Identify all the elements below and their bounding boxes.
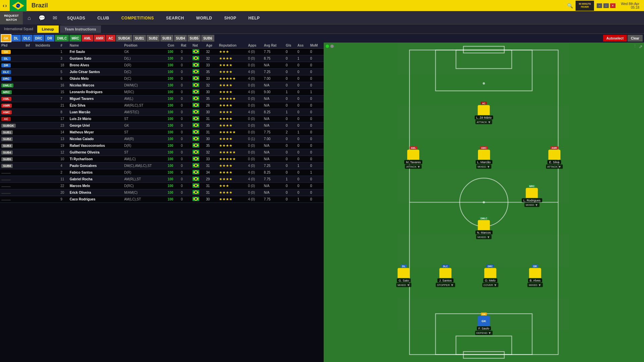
pos-aml[interactable]: AML: [82, 35, 93, 42]
table-row[interactable]: DRC 6 Otávio Melo D(C) 100 0 33 ★★★★★ 4 …: [0, 75, 324, 82]
field-player-n-marcos[interactable]: DMLC N. Marcos MIXED ▼: [475, 217, 492, 239]
clear-button[interactable]: Clear: [628, 35, 643, 42]
field-player-l-rodrigues[interactable]: MRC L. Rodrigues MIXED ▼: [522, 185, 542, 207]
name-cell[interactable]: Otávio Melo: [68, 75, 123, 82]
table-row[interactable]: SUB3 19 Rafael Vascoconselos D(R) 100 0 …: [0, 142, 324, 149]
pos-gk[interactable]: GK: [1, 35, 11, 42]
close-button[interactable]: ✕: [610, 3, 615, 8]
status-dots: [326, 45, 334, 48]
name-cell[interactable]: Paulo Goncalves: [68, 163, 123, 169]
pos-sub6[interactable]: SUB6: [201, 35, 214, 42]
name-cell[interactable]: Luan Marcão: [68, 109, 123, 116]
name-cell[interactable]: Fabico Santos: [68, 169, 123, 176]
minimize-button[interactable]: –: [597, 3, 602, 8]
pos-dlc[interactable]: DLC: [21, 35, 33, 42]
name-cell[interactable]: Leonardo Rodrigues: [68, 89, 123, 96]
table-row[interactable]: SUB2 13 Nicolas Caiado AM(R) 100 0 30 ★★…: [0, 136, 324, 142]
nav-help[interactable]: HELP: [243, 12, 266, 24]
table-row[interactable]: 11 Gabriel Rocha AM(RL),ST 100 0 29 ★★★★…: [0, 176, 324, 183]
name-cell[interactable]: Matheus Meyer: [68, 129, 123, 136]
name-cell[interactable]: Miguel Tavares: [68, 96, 123, 102]
field-player-l-marcao[interactable]: AMC L. Marcão MIXED ▼: [475, 146, 492, 169]
field-player-ze-mario[interactable]: AC L. Zé Mário ATTACK ▼: [475, 102, 493, 124]
table-row[interactable]: SUB1 14 Matheus Meyer ST 100 0 31 ★★★★★ …: [0, 129, 324, 136]
back-button[interactable]: ‹: [3, 3, 4, 9]
table-row[interactable]: DMLC 16 Nicolas Marcos DM/M(C) 100 0 32 …: [0, 82, 324, 89]
field-player-f-saulo[interactable]: GK GK F. Saulo DEFEND ▼: [475, 312, 493, 335]
pos-sub2[interactable]: SUB2: [147, 35, 160, 42]
pos-dr[interactable]: DR: [45, 35, 54, 42]
nav-world[interactable]: WORLD: [190, 12, 218, 24]
mail-icon[interactable]: ✉: [48, 12, 61, 24]
pos-dmlc[interactable]: DMLC: [55, 35, 69, 42]
lineup-tab[interactable]: Lineup: [37, 25, 59, 33]
table-row[interactable]: 2 Fabico Santos D(R) 100 0 34 ★★★★ 4 (0)…: [0, 169, 324, 176]
pos-sub3[interactable]: SUB3: [160, 35, 173, 42]
table-row[interactable]: AMC 8 Luan Marcão AM/ST(C) 100 0 30 ★★★★…: [0, 109, 324, 116]
chat-icon[interactable]: 💬: [36, 12, 48, 24]
name-cell[interactable]: Luis Zé Mário: [68, 116, 123, 122]
table-row[interactable]: SUB4 12 Guilherme Oliveira ST 100 0 32 ★…: [0, 149, 324, 156]
table-row[interactable]: AC 17 Luis Zé Mário ST 100 0 31 ★★★★ 0 (…: [0, 116, 324, 122]
table-row[interactable]: 9 Caco Rodrigues AM(LC),ST 100 0 30 ★★★★…: [0, 196, 324, 203]
maximize-button[interactable]: □: [603, 3, 609, 8]
pos-mrc[interactable]: MRC: [69, 35, 81, 42]
table-row[interactable]: GK 1 Fré Saulo GK 100 0 32 ★★★ 4 (0) 7.7…: [0, 49, 324, 55]
name-cell[interactable]: Guilherme Oliveira: [68, 149, 123, 156]
name-cell[interactable]: Erick Oliveira: [68, 189, 123, 196]
nav-shop[interactable]: SHOP: [218, 12, 243, 24]
pos-ac[interactable]: AC: [106, 35, 115, 42]
table-row[interactable]: DR 18 Breno Alves D(R) 100 0 33 ★★★★ 0 (…: [0, 62, 324, 69]
pos-subgk[interactable]: SUBGK: [116, 35, 132, 42]
table-row[interactable]: AML 7 Miguel Tavares AM(L) 100 0 35 ★★★★…: [0, 96, 324, 102]
name-cell[interactable]: Fré Saulo: [68, 49, 123, 55]
nav-club[interactable]: CLUB: [91, 12, 115, 24]
team-instructions-tab[interactable]: Team Instructions: [60, 25, 101, 33]
name-cell[interactable]: Nicolas Marcos: [68, 82, 123, 89]
field-player-g-sato[interactable]: DL G. Sato MIXED ▼: [396, 264, 411, 287]
home-icon[interactable]: ⌂: [23, 12, 36, 24]
expand-button[interactable]: ⇗: [639, 44, 643, 49]
name-cell[interactable]: Caco Rodrigues: [68, 196, 123, 203]
request-match-button[interactable]: REQUEST MATCH: [0, 12, 23, 24]
name-cell[interactable]: Breno Alves: [68, 62, 123, 69]
pos-drc[interactable]: DRC: [33, 35, 45, 42]
table-row[interactable]: MRC 15 Leonardo Rodrigues M(RC) 100 0 30…: [0, 89, 324, 96]
search-icon[interactable]: 🔍: [567, 3, 573, 8]
table-row[interactable]: SUB5 10 Ti Rycharlison AM(LC) 100 0 33 ★…: [0, 156, 324, 163]
field-player-o-melo[interactable]: DRC O. Melo COVER ▼: [482, 264, 498, 287]
name-cell[interactable]: Ti Rycharlison: [68, 156, 123, 163]
navigation-back-fwd[interactable]: ‹ ›: [0, 3, 10, 9]
name-cell[interactable]: Gabriel Rocha: [68, 176, 123, 183]
table-row[interactable]: 22 Marcos Melo D(RC) 100 0 31 ★★★ 0 (0) …: [0, 183, 324, 189]
pos-sub5[interactable]: SUB5: [187, 35, 201, 42]
pos-dl[interactable]: DL: [11, 35, 21, 42]
field-player-j-santos[interactable]: DLC J. Santos STOPPER ▼: [436, 264, 455, 287]
autoselect-button[interactable]: Autoselect: [603, 35, 627, 42]
name-cell[interactable]: George Uriel: [68, 122, 123, 129]
field-player-b-alves[interactable]: DR B. Alves MIXED ▼: [528, 264, 543, 287]
table-row[interactable]: SUBGK 23 George Uriel GK 100 0 35 ★★★★ 0…: [0, 122, 324, 129]
table-row[interactable]: SUB6 4 Paulo Goncalves DM(C),AM(LC),ST 1…: [0, 163, 324, 169]
window-controls[interactable]: – □ ✕: [597, 3, 615, 8]
pos-sub4[interactable]: SUB4: [174, 35, 187, 42]
field-player-e-silva[interactable]: AMR É. Silva ATTACK ▼: [546, 146, 562, 169]
name-cell[interactable]: Gustavo Sato: [68, 55, 123, 62]
name-cell[interactable]: Julio César Santos: [68, 69, 123, 75]
table-row[interactable]: 20 Erick Oliveira M/AM(C) 100 0 31 ★★★★ …: [0, 189, 324, 196]
forward-button[interactable]: ›: [5, 3, 7, 9]
nav-search[interactable]: SEARCH: [160, 12, 190, 24]
table-row[interactable]: DLC 5 Julio César Santos D(C) 100 0 35 ★…: [0, 69, 324, 75]
name-cell[interactable]: Nicolas Caiado: [68, 136, 123, 142]
table-row[interactable]: AMR 21 Ézio Silva AM(RLC),ST 100 0 26 ★★…: [0, 102, 324, 109]
more-options-button[interactable]: ⋮: [633, 44, 637, 48]
table-row[interactable]: DL 3 Gustavo Sato D(L) 100 0 32 ★★★★ 0 (…: [0, 55, 324, 62]
nav-competitions[interactable]: COMPETITIONS: [115, 12, 160, 24]
name-cell[interactable]: Rafael Vascoconselos: [68, 142, 123, 149]
name-cell[interactable]: Ézio Silva: [68, 102, 123, 109]
name-cell[interactable]: Marcos Melo: [68, 183, 123, 189]
nav-squads[interactable]: SQUADS: [61, 12, 91, 24]
field-player-m-tavares[interactable]: AML M. Tavares ATTACK ▼: [404, 146, 422, 169]
pos-amr[interactable]: AMR: [94, 35, 106, 42]
pos-sub1[interactable]: SUB1: [133, 35, 146, 42]
